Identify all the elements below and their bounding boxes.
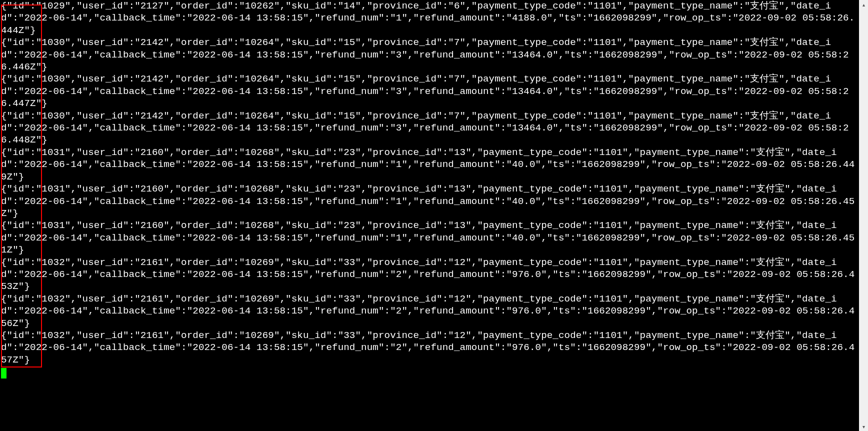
- terminal-cursor: [1, 368, 6, 378]
- scroll-down-arrow-icon[interactable]: ▾: [859, 422, 868, 431]
- terminal-output[interactable]: {"id":"1029","user_id":"2127","order_id"…: [0, 0, 859, 431]
- vertical-scrollbar[interactable]: ▴ ▾: [859, 0, 868, 431]
- scrollbar-track[interactable]: [859, 9, 868, 422]
- scroll-up-arrow-icon[interactable]: ▴: [859, 0, 868, 9]
